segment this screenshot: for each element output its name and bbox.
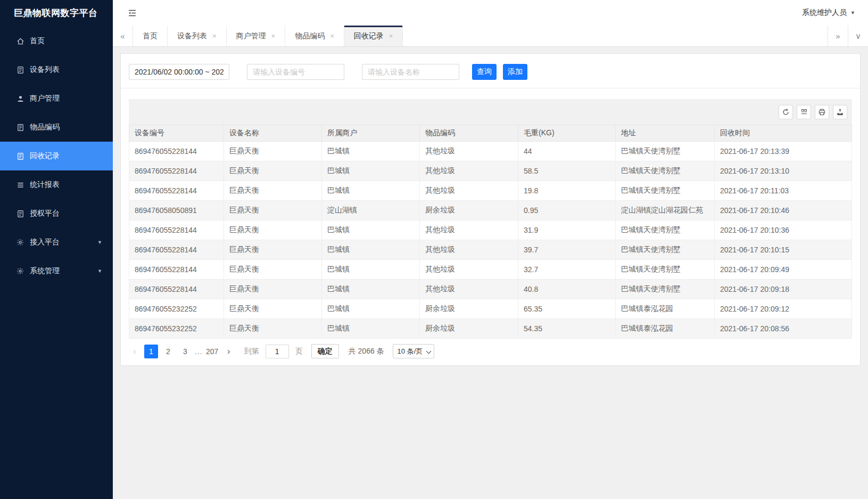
sidebar-item-home[interactable]: 首页 (0, 27, 113, 55)
column-header: 设备名称 (224, 125, 322, 142)
table-row: 869476055228144巨鼎天衡巴城镇其他垃圾32.7巴城镇天使湾别墅20… (129, 260, 852, 280)
table-cell: 19.8 (518, 181, 616, 201)
device-id-input[interactable] (247, 64, 344, 80)
gear-icon (16, 267, 24, 275)
device-name-input[interactable] (362, 64, 459, 80)
column-header: 所属商户 (322, 125, 420, 142)
close-icon[interactable]: × (330, 32, 334, 39)
table-cell: 869476055228144 (129, 220, 224, 240)
sidebar-item-recycle-records[interactable]: 回收记录 (0, 142, 113, 170)
tab-label: 首页 (143, 31, 158, 41)
tab-home[interactable]: 首页 (133, 26, 168, 46)
refresh-icon (782, 108, 790, 116)
goto-page-input[interactable] (266, 345, 289, 358)
table-cell: 巨鼎天衡 (224, 299, 322, 319)
sidebar-item-label: 首页 (30, 36, 45, 46)
sidebar-item-label: 系统管理 (30, 266, 60, 276)
print-icon (818, 108, 826, 116)
table-cell: 巴城镇天使湾别墅 (616, 220, 715, 240)
user-name: 系统维护人员 (802, 8, 847, 18)
table-row: 869476055232252巨鼎天衡巴城镇厨余垃圾65.35巴城镇泰泓花园20… (129, 299, 852, 319)
table-cell: 869476055228144 (129, 161, 224, 181)
goto-confirm-button[interactable]: 确定 (311, 344, 339, 358)
sidebar-item-stats-report[interactable]: 统计报表 (0, 170, 113, 199)
sidebar-menu: 首页设备列表商户管理物品编码回收记录统计报表授权平台接入平台▼系统管理▼ (0, 27, 113, 285)
total-count-label: 共 2066 条 (349, 347, 384, 356)
columns-button[interactable] (797, 105, 811, 119)
doc-icon (16, 209, 24, 218)
tabs-actions-icon[interactable]: ∨ (848, 26, 868, 46)
export-button[interactable] (833, 105, 847, 119)
sidebar-item-label: 统计报表 (30, 180, 60, 190)
sidebar-item-merchant-mgmt[interactable]: 商户管理 (0, 84, 113, 113)
add-button[interactable]: 添加 (503, 64, 527, 80)
table-cell: 2021-06-17 20:09:18 (715, 280, 852, 299)
table-toolbar (129, 99, 852, 125)
table-cell: 869476058050891 (129, 201, 224, 220)
table-cell: 2021-06-17 20:10:36 (715, 220, 852, 240)
caret-down-icon: ▼ (97, 268, 102, 274)
table-cell: 巴城镇天使湾别墅 (616, 142, 715, 161)
tab-recycle-records[interactable]: 回收记录× (344, 26, 403, 46)
tab-item-code[interactable]: 物品编码× (285, 26, 344, 46)
sidebar-item-item-code[interactable]: 物品编码 (0, 113, 113, 142)
table-section: 设备编号设备名称所属商户物品编码毛重(KG)地址回收时间 86947605522… (129, 99, 852, 339)
table-cell: 巴城镇 (322, 181, 420, 201)
table-cell: 2021-06-17 20:13:10 (715, 161, 852, 181)
table-cell: 巴城镇泰泓花园 (616, 299, 715, 319)
table-cell: 巨鼎天衡 (224, 161, 322, 181)
table-row: 869476055228144巨鼎天衡巴城镇其他垃圾39.7巴城镇天使湾别墅20… (129, 240, 852, 260)
table-cell: 巴城镇天使湾别墅 (616, 260, 715, 280)
tab-merchant-mgmt[interactable]: 商户管理× (227, 26, 286, 46)
prev-page-icon[interactable]: ‹ (129, 347, 140, 356)
tabs-scroll-right-icon[interactable]: » (828, 26, 848, 46)
table-cell: 2021-06-17 20:13:39 (715, 142, 852, 161)
doc-icon (16, 123, 24, 132)
table-cell: 巴城镇天使湾别墅 (616, 181, 715, 201)
print-button[interactable] (815, 105, 829, 119)
page-number-2[interactable]: 2 (161, 345, 175, 358)
table-cell: 巨鼎天衡 (224, 201, 322, 220)
column-header: 地址 (616, 125, 715, 142)
table-cell: 巴城镇 (322, 260, 420, 280)
page-size-select[interactable]: 10 条/页 (393, 344, 434, 358)
page-number-1[interactable]: 1 (144, 345, 158, 358)
tabs-container: 首页设备列表×商户管理×物品编码×回收记录× (133, 26, 403, 46)
page-content: 查询 添加 设备编号设备名称所属商户物品编码毛重(KG)地址回收时间 86947… (113, 47, 868, 499)
table-cell: 巴城镇天使湾别墅 (616, 161, 715, 181)
sidebar-item-access-platform[interactable]: 接入平台▼ (0, 228, 113, 257)
tab-bar: « 首页设备列表×商户管理×物品编码×回收记录× » ∨ (113, 26, 868, 47)
caret-down-icon: ▼ (97, 240, 102, 245)
table-cell: 巨鼎天衡 (224, 319, 322, 339)
filter-bar: 查询 添加 (121, 54, 860, 88)
table-row: 869476055228144巨鼎天衡巴城镇其他垃圾58.5巴城镇天使湾别墅20… (129, 161, 852, 181)
query-button[interactable]: 查询 (472, 64, 497, 80)
column-header: 物品编码 (420, 125, 518, 142)
table-row: 869476055228144巨鼎天衡巴城镇其他垃圾44巴城镇天使湾别墅2021… (129, 142, 852, 161)
close-icon[interactable]: × (389, 32, 393, 39)
table-cell: 巴城镇 (322, 319, 420, 339)
user-menu[interactable]: 系统维护人员 ▼ (802, 8, 855, 18)
sidebar-item-label: 回收记录 (30, 151, 60, 161)
page-number-3[interactable]: 3 (178, 345, 192, 358)
menu-fold-icon[interactable] (128, 9, 137, 18)
table-cell: 淀山湖镇 (322, 201, 420, 220)
table-cell: 巨鼎天衡 (224, 181, 322, 201)
tabs-scroll-left-icon[interactable]: « (113, 26, 133, 46)
sidebar-item-system-mgmt[interactable]: 系统管理▼ (0, 257, 113, 285)
table-cell: 巴城镇 (322, 161, 420, 181)
doc-icon (16, 152, 24, 160)
refresh-button[interactable] (779, 105, 793, 119)
close-icon[interactable]: × (212, 32, 217, 39)
tab-device-list[interactable]: 设备列表× (168, 26, 227, 46)
sidebar-item-device-list[interactable]: 设备列表 (0, 55, 113, 84)
page-size-select-wrap: 10 条/页 (393, 344, 434, 358)
page-number-207[interactable]: 207 (205, 345, 219, 358)
sidebar-item-auth-platform[interactable]: 授权平台 (0, 199, 113, 228)
close-icon[interactable]: × (271, 32, 276, 39)
date-range-input[interactable] (129, 64, 229, 80)
table-cell: 2021-06-17 20:09:49 (715, 260, 852, 280)
table-cell: 巴城镇 (322, 240, 420, 260)
table-row: 869476055232252巨鼎天衡巴城镇厨余垃圾54.35巴城镇泰泓花园20… (129, 319, 852, 339)
next-page-icon[interactable]: › (223, 347, 235, 356)
